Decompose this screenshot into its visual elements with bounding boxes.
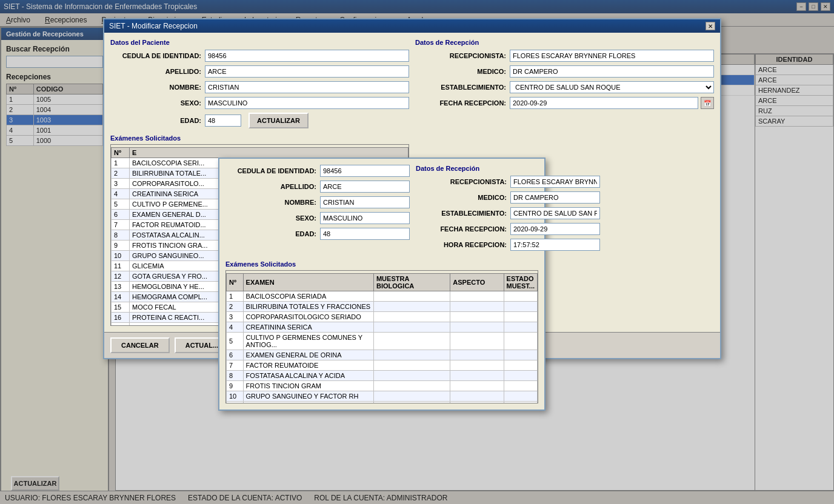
edad-input[interactable] [205,114,241,127]
sub-recepcionista-label: RECEPCIONISTA: [416,178,507,185]
cancel-button[interactable]: CANCELAR [110,337,170,353]
list-item[interactable]: 5CULTIVO P GERMENES COMUNES Y ANTIOG... [227,333,538,350]
sub-medico-input[interactable] [510,191,600,204]
sub-edad-input[interactable] [320,228,410,240]
sub-ex-muestra [373,322,450,333]
sub-modal: CEDULA DE IDENTIDAD: APELLIDO: NOMBRE: S… [218,158,545,411]
sub-ex-muestra-header: MUESTRA BIOLOGICA [373,274,450,291]
ex-n: 16 [112,313,130,323]
edad-label: EDAD: [110,117,201,124]
sub-ex-examen: GLICEMIA [243,402,373,404]
list-item[interactable]: 1BACILOSCOPIA SERIADA [227,291,538,302]
sub-cedula-label: CEDULA DE IDENTIDAD: [225,167,316,174]
sub-ex-estado [504,333,537,350]
ex-n: 1 [112,158,130,168]
sub-recepcion-col: Datos de Recepción RECEPCIONISTA: MEDICO… [416,165,600,254]
sub-ex-muestra [373,291,450,302]
modal-title: SIET - Modificar Recepcion [109,22,198,30]
sub-hora-row: HORA RECEPCION: [416,239,600,251]
sub-apellido-row: APELLIDO: [225,181,410,193]
ex-n: 8 [112,230,130,240]
sub-ex-examen: CREATININA SERICA [243,322,373,333]
sub-nombre-input[interactable] [320,196,410,208]
sub-ex-examen: BILIRRUBINA TOTALES Y FRACCIONES [243,302,373,312]
establecimiento-select[interactable]: CENTRO DE SALUD SAN ROQUE [510,81,714,93]
cedula-label: CEDULA DE IDENTIDAD: [110,52,201,59]
sexo-input[interactable] [205,97,409,109]
sub-establecimiento-input[interactable] [510,207,600,219]
sub-ex-examen: COPROPARASITOLOGICO SERIADO [243,312,373,322]
list-item[interactable]: 10GRUPO SANGUINEO Y FACTOR RH [227,391,538,402]
cedula-input[interactable] [205,50,409,62]
sub-ex-aspecto [450,350,504,360]
sub-ex-examen: EXAMEN GENERAL DE ORINA [243,350,373,360]
sub-apellido-input[interactable] [320,181,410,193]
actualizar-inline-button[interactable]: ACTUALIZAR [249,113,309,128]
sub-ex-aspecto [450,402,504,404]
modal-title-bar: SIET - Modificar Recepcion ✕ [104,19,720,33]
sub-fecha-row: FECHA RECEPCION: [416,223,600,235]
sub-ex-estado [504,381,537,391]
medico-input[interactable] [510,65,714,78]
establecimiento-row: ESTABLECIMIENTO: CENTRO DE SALUD SAN ROQ… [415,81,714,93]
sub-ex-aspecto [450,291,504,302]
sub-ex-muestra [373,391,450,402]
nombre-input[interactable] [205,81,409,93]
fecha-label: FECHA RECEPCION: [415,99,506,107]
sub-ex-estado [504,302,537,312]
sexo-row: SEXO: [110,97,409,109]
sub-recepcionista-input[interactable] [510,176,600,188]
datos-paciente-header: Datos del Paciente [110,39,409,46]
sub-ex-aspecto [450,302,504,312]
sub-nombre-label: NOMBRE: [225,199,316,206]
sub-fecha-label: FECHA RECEPCION: [416,225,507,233]
cedula-row: CEDULA DE IDENTIDAD: [110,50,409,62]
sub-establecimiento-row: ESTABLECIMIENTO: [416,207,600,219]
list-item[interactable]: 9FROTIS TINCION GRAM [227,381,538,391]
sub-nombre-row: NOMBRE: [225,196,410,208]
sub-examenes-scroll[interactable]: Nº EXAMEN MUESTRA BIOLOGICA ASPECTO ESTA… [225,270,538,403]
sub-ex-examen: BACILOSCOPIA SERIADA [243,291,373,302]
ex-n: 11 [112,261,130,271]
datos-recepcion-header: Datos de Recepción [415,39,714,46]
sub-ex-estado [504,391,537,402]
sub-two-col: CEDULA DE IDENTIDAD: APELLIDO: NOMBRE: S… [225,165,538,254]
apellido-row: APELLIDO: [110,65,409,78]
sub-ex-examen: GRUPO SANGUINEO Y FACTOR RH [243,391,373,402]
sub-ex-n: 4 [227,322,244,333]
sub-ex-aspecto [450,333,504,350]
recepcionista-label: RECEPCIONISTA: [415,52,506,59]
sub-sexo-input[interactable] [320,212,410,224]
list-item[interactable]: 2BILIRRUBINA TOTALES Y FRACCIONES [227,302,538,312]
sub-apellido-label: APELLIDO: [225,183,316,190]
modal-close-button[interactable]: ✕ [706,22,715,30]
list-item[interactable]: 8FOSTATASA ALCALINA Y ACIDA [227,371,538,381]
sub-ex-estado [504,402,537,404]
sub-ex-aspecto [450,391,504,402]
apellido-input[interactable] [205,65,409,78]
sub-hora-input[interactable] [510,239,600,251]
fecha-input[interactable] [510,97,698,109]
sub-establecimiento-label: ESTABLECIMIENTO: [416,210,507,217]
medico-row: MEDICO: [415,65,714,78]
sub-ex-n: 5 [227,333,244,350]
ex-n: 13 [112,282,130,292]
recepcionista-input[interactable] [510,50,714,62]
sub-ex-examen: FOSTATASA ALCALINA Y ACIDA [243,371,373,381]
ex-e-header: E [130,148,409,158]
list-item[interactable]: 6EXAMEN GENERAL DE ORINA [227,350,538,360]
sub-ex-n: 9 [227,381,244,391]
calendar-icon[interactable]: 📅 [701,97,714,109]
date-wrap: 📅 [510,97,714,109]
list-item[interactable]: 3COPROPARASITOLOGICO SERIADO [227,312,538,322]
sub-examenes-header: Exámenes Solicitados [225,260,538,268]
list-item[interactable]: 11GLICEMIA [227,402,538,404]
sub-ex-n: 8 [227,371,244,381]
sub-fecha-input[interactable] [510,223,600,235]
sub-ex-muestra [373,360,450,371]
nombre-row: NOMBRE: [110,81,409,93]
list-item[interactable]: 7FACTOR REUMATOIDE [227,360,538,371]
ex-n: 7 [112,220,130,230]
list-item[interactable]: 4CREATININA SERICA [227,322,538,333]
sub-cedula-input[interactable] [320,165,410,177]
